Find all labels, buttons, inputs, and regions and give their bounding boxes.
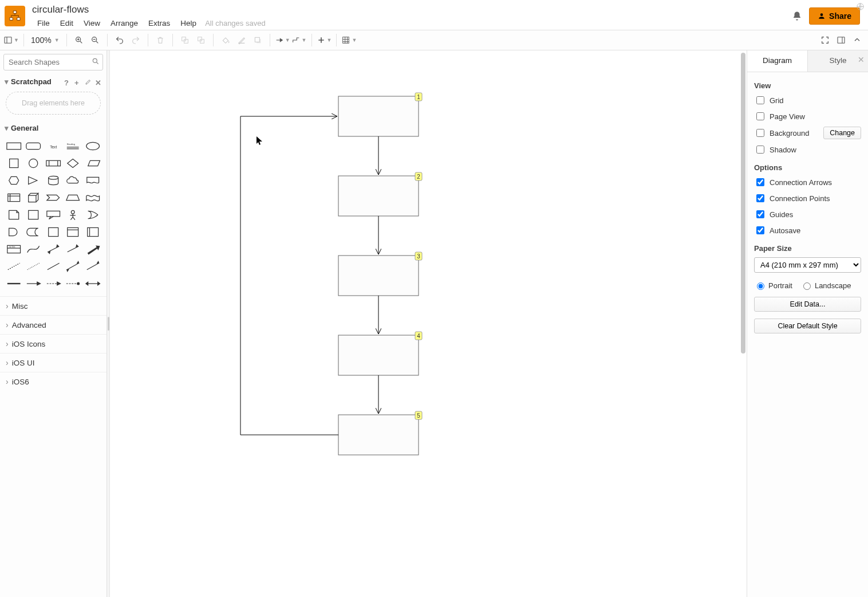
conn-arrows-row[interactable]: Connection Arrows <box>754 176 861 188</box>
notifications-icon[interactable] <box>792 11 802 21</box>
conn-points-checkbox[interactable] <box>756 194 764 202</box>
scratchpad-edit-icon[interactable] <box>85 78 92 85</box>
format-panel-toggle[interactable] <box>834 33 849 48</box>
flow-node[interactable] <box>338 335 419 375</box>
landscape-radio[interactable] <box>803 282 811 290</box>
shape-circle[interactable] <box>25 156 41 170</box>
flow-node[interactable] <box>338 96 419 136</box>
insert-button[interactable]: ▼ <box>317 33 332 48</box>
general-palette-header[interactable]: ▾ General <box>0 120 106 136</box>
format-panel-close-icon[interactable]: ✕ <box>858 55 866 63</box>
table-button[interactable]: ▼ <box>341 33 357 48</box>
to-front-button[interactable] <box>177 33 192 48</box>
shape-link-solid[interactable] <box>6 277 22 290</box>
canvas-scrollbar-vertical[interactable] <box>740 50 747 597</box>
delete-button[interactable] <box>153 33 168 48</box>
app-logo[interactable] <box>5 6 25 26</box>
shape-bidir-arrow[interactable] <box>45 242 61 256</box>
conn-arrows-checkbox[interactable] <box>756 178 764 186</box>
shape-actor[interactable] <box>65 208 81 222</box>
conn-points-row[interactable]: Connection Points <box>754 193 861 204</box>
palette-advanced[interactable]: Advanced <box>0 315 106 334</box>
shape-hexagon[interactable] <box>6 174 22 187</box>
edit-data-button[interactable]: Edit Data... <box>754 297 861 312</box>
grid-checkbox-row[interactable]: Grid <box>754 95 861 106</box>
shape-cylinder[interactable] <box>45 174 61 187</box>
pageview-checkbox-row[interactable]: Page View <box>754 111 861 122</box>
shape-bidir-thin[interactable] <box>65 260 81 273</box>
palette-misc[interactable]: Misc <box>0 296 106 315</box>
shape-internal-storage[interactable] <box>6 191 22 205</box>
clear-default-style-button[interactable]: Clear Default Style <box>754 319 861 333</box>
shape-dashed-line[interactable] <box>6 260 22 273</box>
shape-cube[interactable] <box>25 191 41 205</box>
scratchpad-add-icon[interactable]: + <box>74 78 81 85</box>
shape-or[interactable] <box>85 208 101 222</box>
tab-diagram[interactable]: Diagram <box>747 50 807 72</box>
portrait-radio-row[interactable]: Portrait <box>754 281 792 290</box>
palette-ios6[interactable]: iOS6 <box>0 372 106 391</box>
shape-cloud[interactable] <box>65 174 81 187</box>
collapse-toolbar-button[interactable] <box>850 33 865 48</box>
zoom-level[interactable]: 100%▼ <box>29 36 62 45</box>
shape-parallelogram[interactable] <box>85 156 101 170</box>
line-color-button[interactable] <box>234 33 249 48</box>
flow-node[interactable] <box>338 176 419 216</box>
shape-text[interactable]: Text <box>45 139 61 153</box>
search-icon[interactable] <box>92 57 100 65</box>
shape-card[interactable] <box>25 208 41 222</box>
scratchpad-header[interactable]: ▾ Scratchpad ? + ✕ <box>0 74 106 89</box>
shape-step[interactable] <box>45 191 61 205</box>
background-checkbox[interactable] <box>756 129 764 137</box>
shape-note[interactable] <box>6 208 22 222</box>
shape-process[interactable] <box>45 156 61 170</box>
grid-checkbox[interactable] <box>756 96 764 104</box>
shape-link-dash[interactable] <box>45 277 61 290</box>
shadow-checkbox[interactable] <box>756 146 764 154</box>
shape-and[interactable] <box>6 225 22 239</box>
scratchpad-close-icon[interactable]: ✕ <box>95 78 102 85</box>
connection-button[interactable]: ▼ <box>275 33 290 48</box>
menu-edit[interactable]: Edit <box>55 17 78 30</box>
palette-ios-ui[interactable]: iOS UI <box>0 353 106 372</box>
scratchpad-help-icon[interactable]: ? <box>64 78 71 85</box>
shape-link-dash2[interactable] <box>65 277 81 290</box>
flow-node[interactable] <box>338 256 419 296</box>
shape-trapezoid[interactable] <box>65 191 81 205</box>
to-back-button[interactable] <box>194 33 208 48</box>
shape-frame-v[interactable] <box>85 225 101 239</box>
waypoint-button[interactable]: ▼ <box>291 33 307 48</box>
flow-node[interactable] <box>338 415 419 455</box>
palette-ios-icons[interactable]: iOS Icons <box>0 334 106 353</box>
shape-callout[interactable] <box>45 208 61 222</box>
shape-diamond[interactable] <box>65 156 81 170</box>
autosave-checkbox[interactable] <box>756 226 764 234</box>
shape-dotted-line[interactable] <box>25 260 41 273</box>
shadow-button[interactable] <box>250 33 265 48</box>
shape-square[interactable] <box>6 156 22 170</box>
menu-extras[interactable]: Extras <box>143 17 175 30</box>
shadow-checkbox-row[interactable]: Shadow <box>754 144 861 155</box>
document-title[interactable]: circular-flows <box>32 3 792 17</box>
shape-link-thin[interactable] <box>25 277 41 290</box>
shape-ellipse[interactable] <box>85 139 101 153</box>
redo-button[interactable] <box>128 33 143 48</box>
shape-rect[interactable] <box>6 139 22 153</box>
undo-button[interactable] <box>112 33 127 48</box>
shape-tape[interactable] <box>85 191 101 205</box>
menu-arrange[interactable]: Arrange <box>105 17 143 30</box>
shape-triangle[interactable] <box>25 174 41 187</box>
search-shapes-input[interactable] <box>3 54 103 70</box>
zoom-out-button[interactable] <box>88 33 102 48</box>
fill-color-button[interactable] <box>218 33 233 48</box>
autosave-row[interactable]: Autosave <box>754 225 861 236</box>
portrait-radio[interactable] <box>757 282 764 290</box>
fullscreen-button[interactable] <box>818 33 833 48</box>
globe-icon[interactable] <box>856 2 865 11</box>
landscape-radio-row[interactable]: Landscape <box>800 281 851 290</box>
flow-edge-feedback[interactable] <box>240 116 338 435</box>
shape-data-storage[interactable] <box>25 225 41 239</box>
shape-textbox[interactable]: Heading <box>65 139 81 153</box>
menu-file[interactable]: File <box>32 17 55 30</box>
guides-row[interactable]: Guides <box>754 209 861 220</box>
